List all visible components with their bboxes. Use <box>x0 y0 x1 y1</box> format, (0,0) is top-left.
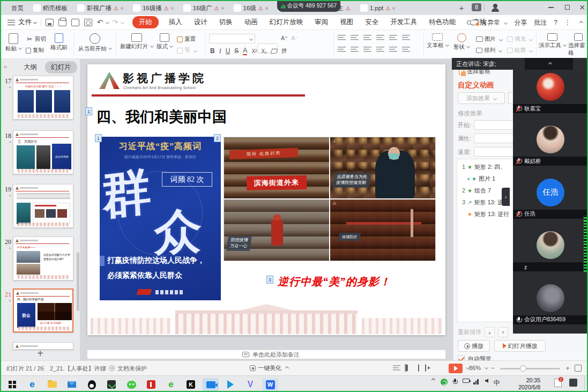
font-color-button[interactable]: A <box>243 47 247 55</box>
document-tab[interactable]: 首页 <box>8 1 27 15</box>
tray-app-icon[interactable] <box>567 379 579 387</box>
reading-view-button[interactable] <box>417 364 420 372</box>
reset-button[interactable]: 重置 <box>177 35 196 43</box>
taskbar-app-icon[interactable] <box>143 378 159 391</box>
participant-tile[interactable]: 会议用户836459 <box>513 281 588 334</box>
collapse-ribbon-icon[interactable] <box>579 20 583 24</box>
justify-icon[interactable] <box>376 46 384 53</box>
notes-bar[interactable]: 单击此处添加备注 <box>87 350 445 359</box>
mic-tray-icon[interactable] <box>451 379 459 385</box>
participant-tile[interactable]: 戴姞桥 <box>513 122 588 175</box>
print-icon[interactable] <box>58 19 66 26</box>
clear-format-icon[interactable] <box>270 49 278 54</box>
menu-tab[interactable]: 安全 <box>365 18 378 27</box>
file-menu-chevron-icon[interactable] <box>33 20 37 24</box>
comment-button[interactable]: 批注 <box>534 18 547 27</box>
zoom-slider-track[interactable] <box>500 368 560 369</box>
paste-button[interactable]: 粘贴 <box>5 33 21 53</box>
underline-button[interactable]: U <box>226 47 230 55</box>
slide-thumbnail-19[interactable] <box>13 184 73 228</box>
menu-tab[interactable]: 视图 <box>340 18 353 27</box>
meeting-id-badge[interactable]: 会议号 489 927 567 <box>277 0 340 12</box>
network-signal-icon[interactable] <box>472 379 480 386</box>
document-tab[interactable]: 影视广播 ⚠ <box>73 1 127 15</box>
arrange-button[interactable]: 排列 <box>476 47 502 54</box>
font-increase-button[interactable]: A⁺ <box>281 35 288 41</box>
close-button[interactable]: ✕ <box>575 0 588 14</box>
layout-button[interactable]: 版式 <box>157 33 173 50</box>
menu-tab[interactable]: 特色功能 <box>429 18 456 27</box>
cloud-sync-status[interactable]: 有异常 <box>470 18 507 27</box>
taskbar-app-icon[interactable] <box>64 378 80 391</box>
taskbar-app-icon[interactable] <box>44 378 60 391</box>
sidebar-scrollbar[interactable] <box>77 252 79 311</box>
print-preview-icon[interactable] <box>84 19 92 26</box>
increase-indent-icon[interactable] <box>376 34 384 41</box>
slideshow-view-button[interactable] <box>424 364 427 372</box>
keyword-poster[interactable]: 习近平战“疫”高频词 统计截至2020年3月17日 资料来源：新华社 词频 82… <box>100 137 221 300</box>
slide-21[interactable]: 影视广播学院 Cinematic Art And Broadcasting Sc… <box>87 64 445 335</box>
beautify-button[interactable]: 一键美化 <box>250 364 288 372</box>
presentation-tools-button[interactable]: 演示工具 <box>539 33 566 49</box>
subscript-button[interactable]: X₂ <box>261 48 267 54</box>
new-slide-button[interactable]: 新建幻灯片 <box>120 33 153 50</box>
menu-tab[interactable]: 审阅 <box>315 18 328 27</box>
new-tab-button[interactable]: + <box>457 3 466 12</box>
battery-icon[interactable] <box>461 379 471 383</box>
slide-thumbnail-20[interactable]: 中字头刷屏—— 你是如何理解当今世界需要的中国力量? <box>13 236 73 280</box>
share-button[interactable]: 分享 <box>514 18 527 27</box>
slideshow-play-button[interactable]: 幻灯片播放 <box>494 340 546 352</box>
outline-tab[interactable]: 大纲 <box>24 63 37 72</box>
superscript-button[interactable]: X² <box>251 48 257 54</box>
fit-slide-button[interactable] <box>575 365 582 372</box>
zoom-slider-handle[interactable] <box>520 365 526 372</box>
numbered-list-icon[interactable] <box>351 34 359 41</box>
normal-view-button[interactable] <box>404 364 407 372</box>
cut-button[interactable]: ✂剪切 <box>26 35 46 43</box>
protection-status[interactable]: 文档未保护 <box>117 365 147 373</box>
strike-button[interactable]: S <box>234 47 239 55</box>
document-tab[interactable]: 稻壳模板 <box>29 1 71 15</box>
taskbar-app-icon[interactable]: V <box>242 378 258 391</box>
taskbar-app-icon[interactable]: e <box>163 378 179 391</box>
align-center-icon[interactable] <box>351 46 359 53</box>
more-menu-icon[interactable]: ⋮ <box>564 19 571 26</box>
italic-button[interactable]: I <box>219 47 221 55</box>
photo-collage[interactable]: 期间 此路封闭 滨海街道外来 志愿服务当为先疫情防控做贡献 防控疫情万众一心 疫… <box>224 137 436 261</box>
section-button[interactable]: 节 <box>177 47 197 54</box>
columns-icon[interactable] <box>402 46 410 53</box>
textbox-button[interactable]: 文本框 <box>427 33 449 49</box>
menu-tab[interactable]: 开始 <box>132 16 159 28</box>
slide-thumbnail-17[interactable]: 中国外交天团“霸气”言论！！！ <box>13 76 73 120</box>
move-down-button[interactable]: ▼ <box>498 327 508 337</box>
font-family-select[interactable] <box>209 34 255 43</box>
line-spacing-icon[interactable] <box>389 34 397 41</box>
bullet-list-icon[interactable] <box>338 34 346 41</box>
fill-button[interactable]: 填充 <box>507 35 532 43</box>
show-desktop-button[interactable] <box>584 376 588 392</box>
selection-pane-button[interactable]: 选择窗格 <box>568 33 588 57</box>
slides-tab[interactable]: 幻灯片 <box>45 61 77 73</box>
bold-button[interactable]: B <box>210 47 215 55</box>
undo-chevron-icon[interactable] <box>106 20 109 24</box>
font-decrease-button[interactable]: A⁻ <box>292 35 299 41</box>
align-right-icon[interactable] <box>363 46 371 53</box>
save-icon[interactable] <box>46 19 54 26</box>
taskbar-app-icon[interactable]: K <box>183 378 199 391</box>
slide-sorter-view-button[interactable] <box>411 367 413 369</box>
distribute-icon[interactable] <box>389 46 397 53</box>
help-button[interactable]: ? <box>554 19 557 26</box>
taskbar-app-icon[interactable] <box>203 378 219 391</box>
collapse-sidebar-icon[interactable]: « <box>4 63 7 70</box>
picture-button[interactable]: 图片 <box>476 35 502 43</box>
restore-button[interactable] <box>560 0 575 14</box>
tab-count-badge[interactable]: 8 <box>472 3 481 11</box>
taskbar-app-icon[interactable] <box>123 378 139 391</box>
menu-tab[interactable]: 插入 <box>169 18 182 27</box>
copy-button[interactable]: 复制 <box>26 47 44 54</box>
file-menu[interactable]: 文件 <box>18 18 32 27</box>
menu-tab[interactable]: 动画 <box>244 18 258 27</box>
menu-tab[interactable]: 幻灯片放映 <box>270 18 303 27</box>
minimize-button[interactable] <box>544 0 559 14</box>
volume-icon[interactable] <box>482 379 491 383</box>
